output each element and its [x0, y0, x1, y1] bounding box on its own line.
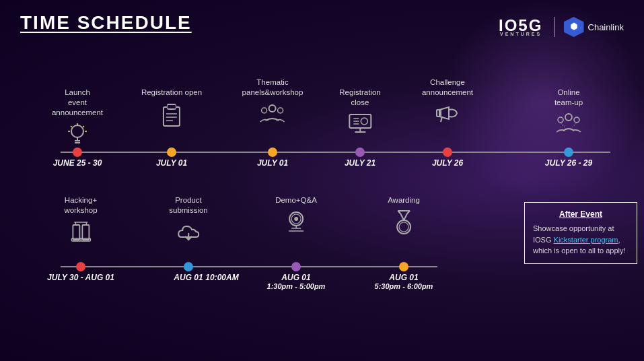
event-label-reg-open: Registration open [141, 88, 202, 98]
event-demo: Demo+Q&A [275, 195, 317, 243]
hacking-icon [67, 220, 94, 248]
event-label-thematic: Thematicpanels&workshop [242, 77, 303, 98]
page-title: TIME SCHEDULE [20, 12, 192, 34]
svg-marker-2 [571, 23, 577, 30]
svg-rect-36 [73, 225, 79, 240]
svg-line-52 [400, 214, 404, 220]
dot-product [184, 262, 193, 271]
svg-point-3 [71, 125, 83, 137]
after-event-box: After Event Showcase opportunity at IOSG… [524, 202, 637, 264]
cloud-icon [174, 220, 203, 247]
event-label-awarding: Awarding [388, 195, 420, 205]
demo-icon [282, 209, 310, 238]
date-reg-open: JULY 01 [156, 158, 187, 168]
date-hacking: JULY 30 - AUG 01 [47, 273, 114, 282]
logos-area: IO5G VENTURES Chainlink [497, 15, 624, 39]
event-thematic: Thematicpanels&workshop [242, 77, 303, 134]
after-event-title: After Event [533, 209, 629, 219]
dot-reg-open [167, 147, 176, 157]
date-awarding-line1: AUG 01 [389, 273, 418, 282]
svg-point-32 [558, 117, 563, 123]
date-launch: JUNE 25 - 30 [53, 158, 102, 168]
date-product-line1: AUG 01 [174, 273, 203, 282]
dot-hacking [76, 262, 85, 271]
date-demo-line1: AUG 01 [281, 273, 310, 282]
dot-awarding [399, 262, 408, 271]
after-event-description: Showcase opportunity at IOSG Kickstarter… [533, 223, 629, 257]
svg-text:VENTURES: VENTURES [500, 32, 542, 36]
svg-point-49 [294, 217, 298, 221]
event-registration-open: Registration open [141, 88, 202, 137]
svg-point-24 [361, 118, 367, 125]
svg-point-51 [399, 222, 408, 232]
svg-line-35 [573, 123, 577, 127]
svg-point-33 [574, 117, 579, 123]
chainlink-hex-icon [564, 17, 584, 37]
clipboard-icon [159, 102, 184, 131]
event-label-teamup: Onlineteam-up [554, 88, 583, 108]
logo-separator [554, 17, 554, 37]
dot-launch [73, 147, 82, 157]
people-icon [259, 102, 286, 129]
timeline-line-1 [61, 152, 610, 153]
event-label-reg-close: Registrationclose [339, 88, 380, 108]
main-container: TIME SCHEDULE IO5G VENTURES [0, 0, 644, 361]
timeline-line-2 [61, 266, 437, 267]
svg-line-53 [404, 214, 407, 220]
date-product-time: 10:00AM [205, 273, 238, 282]
svg-line-34 [561, 123, 565, 127]
event-launch: Launchevent announcement [44, 88, 111, 154]
svg-rect-12 [164, 107, 180, 126]
svg-rect-14 [168, 105, 176, 108]
svg-line-9 [71, 126, 72, 127]
date-awarding-time: 5:30pm - 6:00pm [375, 282, 433, 290]
iosg-logo: IO5G VENTURES [497, 15, 544, 39]
kickstarter-link[interactable]: Kickstarter program [554, 236, 618, 244]
megaphone-icon [434, 102, 461, 129]
dot-thematic [268, 147, 277, 157]
event-awarding: Awarding [388, 195, 420, 244]
svg-rect-37 [82, 225, 89, 240]
dot-teamup [564, 147, 573, 157]
date-teamup: JULY 26 - 29 [545, 158, 592, 168]
svg-line-8 [83, 126, 84, 127]
date-challenge: JULY 26 [432, 158, 463, 168]
date-reg-close: JULY 21 [345, 158, 375, 168]
svg-point-31 [565, 114, 572, 121]
event-label-launch: Launchevent announcement [44, 88, 111, 118]
dot-demo [291, 262, 301, 271]
svg-point-19 [262, 108, 267, 113]
event-hacking: Hacking+workshop [64, 195, 97, 253]
event-teamup: Onlineteam-up [554, 88, 583, 144]
date-thematic: JULY 01 [257, 158, 288, 168]
header: TIME SCHEDULE IO5G VENTURES [20, 12, 624, 39]
medal-icon [391, 209, 417, 239]
dot-challenge [443, 147, 452, 157]
teamup-icon [554, 112, 583, 139]
timeline-row-1: Launchevent announcement [20, 47, 624, 175]
svg-point-20 [278, 108, 283, 113]
chainlink-logo: Chainlink [564, 17, 624, 37]
chainlink-label: Chainlink [588, 22, 624, 32]
svg-point-18 [269, 105, 276, 112]
date-demo-time: 1:30pm - 5:00pm [267, 282, 326, 290]
event-product-submission: Productsubmission [169, 195, 208, 252]
bulb-icon [65, 122, 90, 149]
event-challenge: Challenge announcement [414, 77, 481, 134]
screen-icon [347, 112, 373, 139]
event-label-hacking: Hacking+workshop [64, 195, 97, 216]
event-label-demo: Demo+Q&A [275, 195, 317, 205]
event-reg-close: Registrationclose [339, 88, 380, 144]
event-label-product: Productsubmission [169, 195, 208, 216]
event-label-challenge: Challenge announcement [414, 77, 481, 98]
dot-reg-close [355, 147, 365, 157]
iosg-text: IO5G VENTURES [497, 15, 544, 39]
